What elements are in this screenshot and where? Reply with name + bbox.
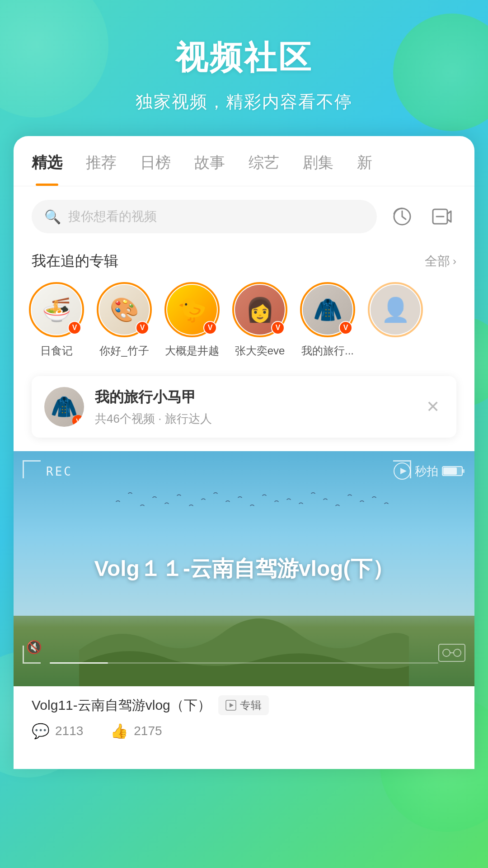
tab-variety[interactable]: 综艺 — [249, 152, 279, 186]
like-stat: 👍 2175 — [110, 722, 162, 740]
avatar-item-zhuzhu[interactable]: 🎨 V 你好_竹子 — [95, 282, 154, 358]
rec-name: 我的旅行小马甲 — [95, 387, 422, 407]
v-badge-rishuji: V — [68, 321, 81, 335]
page-subtitle: 独家视频，精彩内容看不停 — [0, 90, 488, 113]
search-area: 🔍 搜你想看的视频 — [14, 186, 474, 247]
volume-icon: 🔇 — [26, 640, 42, 655]
close-button[interactable]: ✕ — [422, 396, 444, 418]
avatar-ring-partial: 👤 — [368, 282, 423, 337]
like-count: 2175 — [134, 724, 162, 738]
history-icon[interactable] — [388, 202, 417, 231]
cassette-icon — [438, 644, 465, 664]
avatar-list: 🍜 V 日食记 🎨 V 你好_竹子 🐤 V 大概是井越 👩 V 张大 — [14, 282, 474, 372]
avatar-name-travel: 我的旅行... — [300, 344, 355, 358]
tab-chart[interactable]: 日榜 — [140, 152, 171, 186]
following-title: 我在追的专辑 — [32, 251, 118, 271]
tab-series[interactable]: 剧集 — [303, 152, 333, 186]
avatar-item-zhangdayi[interactable]: 👩 V 张大奕eve — [230, 282, 289, 358]
svg-rect-6 — [443, 467, 457, 475]
v-badge-jingyue: V — [203, 321, 217, 335]
video-title-row: Volg11-云南自驾游vlog（下） 专辑 — [32, 695, 456, 715]
album-label: 专辑 — [240, 698, 262, 712]
search-box[interactable]: 🔍 搜你想看的视频 — [32, 200, 377, 233]
tab-stories[interactable]: 故事 — [194, 152, 225, 186]
svg-rect-7 — [462, 469, 465, 473]
avatar-ring-jingyue: 🐤 V — [164, 282, 220, 337]
rec-avatar: 🧥 V — [44, 387, 84, 427]
like-icon: 👍 — [110, 722, 128, 740]
tab-new[interactable]: 新 — [357, 152, 372, 186]
comment-icon: 💬 — [32, 722, 50, 740]
comment-stat: 💬 2113 — [32, 722, 83, 740]
video-album-badge[interactable]: 专辑 — [218, 695, 269, 715]
following-more[interactable]: 全部 › — [425, 253, 456, 270]
tab-recommend[interactable]: 推荐 — [86, 152, 117, 186]
following-more-label: 全部 — [425, 253, 450, 270]
avatar-name-zhuzhu: 你好_竹子 — [97, 344, 151, 358]
header-area: 视频社区 独家视频，精彩内容看不停 — [0, 0, 488, 136]
video-title-overlay: Volg１１-云南自驾游vlog(下） — [94, 554, 394, 583]
avatar-ring-zhuzhu: 🎨 V — [97, 282, 152, 337]
rec-label: REC — [46, 465, 73, 478]
avatar-ring-rishuji: 🍜 V — [29, 282, 84, 337]
album-play-icon — [225, 700, 236, 711]
v-badge-zhuzhu: V — [136, 321, 149, 335]
svg-marker-4 — [400, 468, 407, 474]
main-card: 精选 推荐 日榜 故事 综艺 剧集 新 🔍 搜你想看的视频 — [14, 136, 474, 769]
recommend-card: 🧥 V 我的旅行小马甲 共46个视频 · 旅行达人 ✕ — [32, 376, 456, 438]
video-thumbnail: REC 秒拍 Volg１１-云南自驾游vlog(下） 🔇 — [14, 451, 474, 686]
video-mountain — [14, 596, 474, 686]
comment-count: 2113 — [55, 724, 83, 738]
svg-marker-13 — [230, 703, 234, 708]
avatar-item-rishuji[interactable]: 🍜 V 日食记 — [27, 282, 86, 358]
tab-featured[interactable]: 精选 — [32, 152, 62, 186]
progress-area — [50, 662, 438, 664]
svg-point-9 — [443, 649, 450, 656]
avatar-name-rishuji: 日食记 — [29, 344, 84, 358]
v-badge-travel: V — [339, 321, 352, 335]
avatar-item-partial[interactable]: 👤 — [366, 282, 425, 344]
video-info: Volg11-云南自驾游vlog（下） 专辑 💬 2113 👍 — [14, 686, 474, 747]
video-stats: 💬 2113 👍 2175 — [32, 722, 456, 740]
avatar-img-partial: 👤 — [371, 285, 420, 335]
search-icon: 🔍 — [44, 209, 61, 225]
avatar-ring-zhangdayi: 👩 V — [232, 282, 287, 337]
speed-play-icon — [393, 462, 411, 480]
speed-text: 秒拍 — [415, 463, 438, 479]
video-title: Volg11-云南自驾游vlog（下） — [32, 696, 211, 715]
video-search-icon[interactable] — [427, 202, 456, 231]
progress-fill — [50, 662, 108, 664]
avatar-item-travel[interactable]: 🧥 V 我的旅行... — [298, 282, 357, 358]
rec-meta: 共46个视频 · 旅行达人 — [95, 411, 422, 427]
battery-icon — [442, 465, 465, 477]
avatar-item-jingyue[interactable]: 🐤 V 大概是井越 — [163, 282, 221, 358]
tabs-container: 精选 推荐 日榜 故事 综艺 剧集 新 — [14, 136, 474, 186]
video-card[interactable]: REC 秒拍 Volg１１-云南自驾游vlog(下） 🔇 — [14, 451, 474, 747]
v-badge-zhangdayi: V — [271, 321, 285, 335]
rec-info: 我的旅行小马甲 共46个视频 · 旅行达人 — [95, 387, 422, 427]
video-birds — [14, 469, 474, 551]
chevron-right-icon: › — [453, 255, 456, 268]
page-title: 视频社区 — [0, 36, 488, 80]
avatar-ring-travel: 🧥 V — [300, 282, 355, 337]
search-placeholder-text: 搜你想看的视频 — [68, 208, 157, 225]
rec-v-badge: V — [72, 415, 84, 427]
speed-badge-area: 秒拍 — [393, 462, 465, 480]
svg-point-10 — [454, 649, 461, 656]
recording-corner-tl — [23, 460, 41, 478]
following-section-header: 我在追的专辑 全部 › — [14, 247, 474, 282]
avatar-name-zhangdayi: 张大奕eve — [233, 344, 287, 358]
avatar-name-jingyue: 大概是井越 — [165, 344, 219, 358]
